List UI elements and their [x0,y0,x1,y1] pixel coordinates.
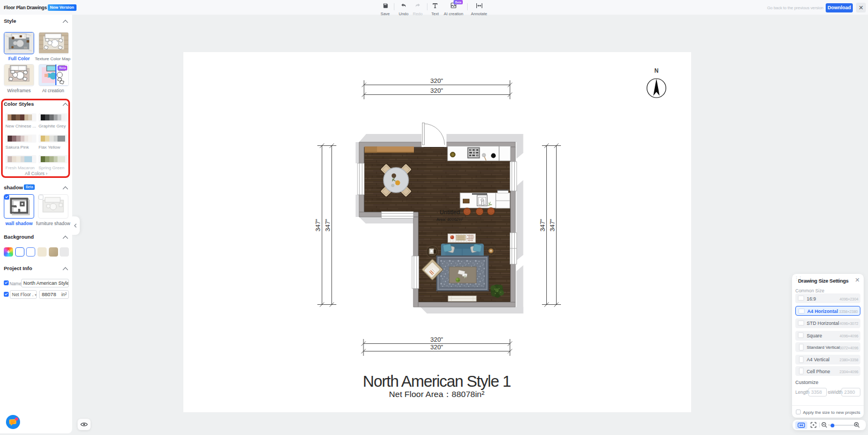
svg-text:N: N [654,67,659,74]
svg-text:North American Style 1: North American Style 1 [363,373,510,390]
svg-text:320": 320" [430,344,443,350]
svg-text:320": 320" [430,78,443,84]
svg-text:347": 347" [324,219,331,231]
svg-text:347": 347" [549,219,556,231]
svg-text:347": 347" [539,219,546,231]
svg-text:Untitled: Untitled [439,209,459,215]
svg-text:347": 347" [315,219,321,231]
svg-text:320": 320" [430,336,443,343]
svg-text:320": 320" [430,87,443,94]
svg-text:Area: 80062in²: Area: 80062in² [436,217,463,222]
svg-text:Net Floor Area：88078in²: Net Floor Area：88078in² [389,389,484,399]
